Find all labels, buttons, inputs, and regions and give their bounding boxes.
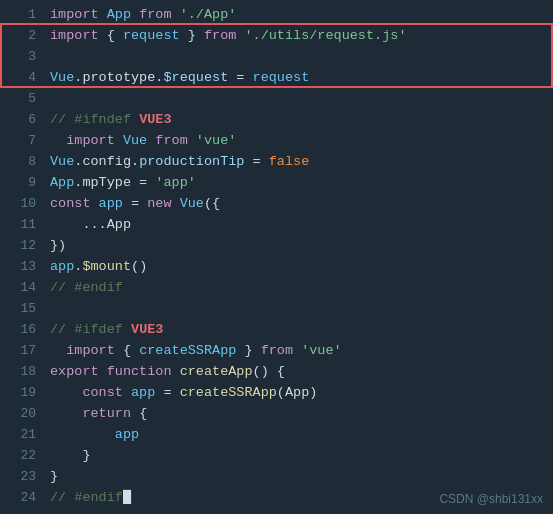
line-number: 4 — [8, 70, 36, 85]
code-content: const app = new Vue({ — [50, 196, 220, 211]
line-number: 22 — [8, 448, 36, 463]
code-line: 15 — [0, 298, 553, 319]
code-line: 10const app = new Vue({ — [0, 193, 553, 214]
line-number: 3 — [8, 49, 36, 64]
code-line: 9App.mpType = 'app' — [0, 172, 553, 193]
code-line: 8Vue.config.productionTip = false — [0, 151, 553, 172]
code-content: App.mpType = 'app' — [50, 175, 196, 190]
code-content: return { — [50, 406, 147, 421]
code-line: 4Vue.prototype.$request = request — [0, 67, 553, 88]
code-content: // #ifndef VUE3 — [50, 112, 172, 127]
line-number: 19 — [8, 385, 36, 400]
line-number: 13 — [8, 259, 36, 274]
line-number: 17 — [8, 343, 36, 358]
line-number: 14 — [8, 280, 36, 295]
line-number: 15 — [8, 301, 36, 316]
code-line: 16// #ifdef VUE3 — [0, 319, 553, 340]
code-line: 18export function createApp() { — [0, 361, 553, 382]
line-number: 10 — [8, 196, 36, 211]
code-content: const app = createSSRApp(App) — [50, 385, 317, 400]
code-line: 13app.$mount() — [0, 256, 553, 277]
code-line: 21 app — [0, 424, 553, 445]
line-number: 20 — [8, 406, 36, 421]
code-line: 17 import { createSSRApp } from 'vue' — [0, 340, 553, 361]
code-line: 7 import Vue from 'vue' — [0, 130, 553, 151]
code-line: 14// #endif — [0, 277, 553, 298]
code-line: 11 ...App — [0, 214, 553, 235]
code-content: import { request } from './utils/request… — [50, 28, 406, 43]
code-content: app — [50, 427, 139, 442]
code-content — [50, 91, 58, 106]
code-content: } — [50, 448, 91, 463]
code-content: export function createApp() { — [50, 364, 285, 379]
line-number: 21 — [8, 427, 36, 442]
code-line: 3 — [0, 46, 553, 67]
line-number: 2 — [8, 28, 36, 43]
code-content: import Vue from 'vue' — [50, 133, 236, 148]
line-number: 18 — [8, 364, 36, 379]
code-line: 12}) — [0, 235, 553, 256]
code-content: }) — [50, 238, 66, 253]
code-line: 19 const app = createSSRApp(App) — [0, 382, 553, 403]
line-number: 24 — [8, 490, 36, 505]
code-content: } — [50, 469, 58, 484]
code-line: 22 } — [0, 445, 553, 466]
code-content: // #endif — [50, 280, 123, 295]
code-line: 5 — [0, 88, 553, 109]
code-content: // #endif█ — [50, 490, 131, 505]
code-line: 2import { request } from './utils/reques… — [0, 25, 553, 46]
code-content: Vue.config.productionTip = false — [50, 154, 309, 169]
code-content: app.$mount() — [50, 259, 147, 274]
code-content: import App from './App' — [50, 7, 236, 22]
line-number: 12 — [8, 238, 36, 253]
line-number: 7 — [8, 133, 36, 148]
code-content: Vue.prototype.$request = request — [50, 70, 309, 85]
line-number: 11 — [8, 217, 36, 232]
line-number: 1 — [8, 7, 36, 22]
code-editor: 1import App from './App'2import { reques… — [0, 0, 553, 514]
code-content — [50, 49, 58, 64]
watermark: CSDN @shbi131xx — [439, 492, 543, 506]
code-line: 6// #ifndef VUE3 — [0, 109, 553, 130]
code-line: 20 return { — [0, 403, 553, 424]
code-content: import { createSSRApp } from 'vue' — [50, 343, 342, 358]
code-content: ...App — [50, 217, 131, 232]
line-number: 23 — [8, 469, 36, 484]
line-number: 6 — [8, 112, 36, 127]
code-line: 1import App from './App' — [0, 4, 553, 25]
line-number: 16 — [8, 322, 36, 337]
code-content: // #ifdef VUE3 — [50, 322, 163, 337]
code-line: 23} — [0, 466, 553, 487]
line-number: 5 — [8, 91, 36, 106]
line-number: 8 — [8, 154, 36, 169]
line-number: 9 — [8, 175, 36, 190]
code-content — [50, 301, 58, 316]
